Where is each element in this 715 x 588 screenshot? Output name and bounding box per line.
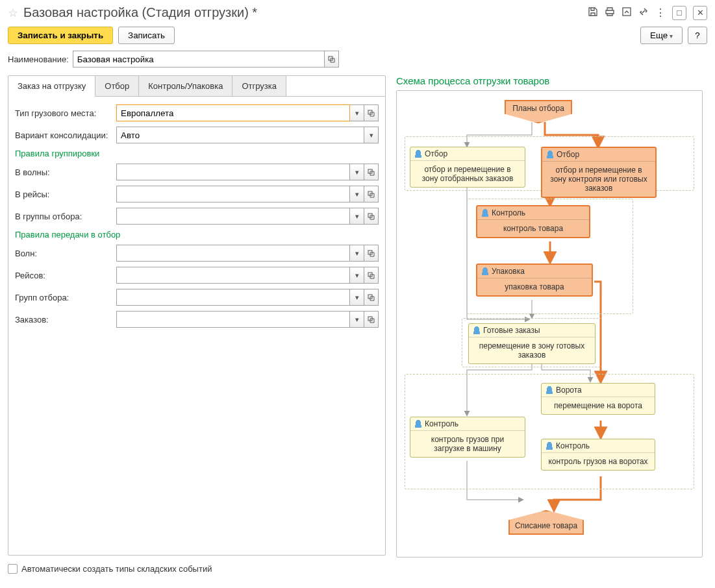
tab-control-packing[interactable]: Контроль/Упаковка <box>139 76 232 96</box>
waves-dropdown-icon[interactable]: ▾ <box>350 245 364 262</box>
in-waves-input[interactable] <box>116 164 350 180</box>
pass-rules-header: Правила передачи в отбор <box>15 230 379 239</box>
node-control: Контроль контроль товара <box>476 205 590 238</box>
help-button[interactable]: ? <box>688 27 707 44</box>
diagram-title: Схема процесса отгрузки товаров <box>396 75 703 86</box>
cargo-type-input[interactable] <box>116 104 350 121</box>
save-and-close-button[interactable]: Записать и закрыть <box>8 27 113 44</box>
in-trips-dropdown-icon[interactable]: ▾ <box>350 186 364 202</box>
in-waves-open-icon[interactable] <box>364 164 379 180</box>
consolidation-input[interactable] <box>116 127 364 143</box>
node-control-loading-body: контроль грузов при загрузке в машину <box>410 431 525 457</box>
node-picking-right-body: отбор и перемещение в зону контроля или … <box>542 162 655 197</box>
person-icon <box>473 326 481 334</box>
in-pick-groups-input[interactable] <box>116 208 350 225</box>
waves-input[interactable] <box>116 245 350 262</box>
auto-create-checkbox[interactable] <box>8 564 18 574</box>
more-button[interactable]: Еще <box>640 27 683 44</box>
node-control-loading-title: Контроль <box>425 419 458 428</box>
person-icon <box>546 386 553 394</box>
waves-open-icon[interactable] <box>364 245 379 262</box>
close-icon[interactable]: ✕ <box>693 6 707 20</box>
cargo-type-dropdown-icon[interactable]: ▾ <box>350 104 364 121</box>
print-icon[interactable] <box>605 6 615 19</box>
in-trips-input[interactable] <box>116 186 350 202</box>
node-packing-title: Упаковка <box>492 267 525 276</box>
in-trips-open-icon[interactable] <box>364 186 379 202</box>
kebab-menu-icon[interactable]: ⋮ <box>655 6 666 19</box>
node-start-label: Планы отбора <box>512 104 564 113</box>
person-icon <box>546 151 554 158</box>
node-control-body: контроль товара <box>477 220 589 237</box>
node-packing: Упаковка упаковка товара <box>476 263 593 297</box>
maximize-icon[interactable]: □ <box>672 6 686 20</box>
node-gates-body: перемещение на ворота <box>542 397 655 414</box>
svg-rect-0 <box>623 8 631 16</box>
pick-groups-input[interactable] <box>116 289 350 306</box>
name-label: Наименование: <box>8 55 69 64</box>
orders-dropdown-icon[interactable]: ▾ <box>350 311 364 328</box>
node-picking-left-body: отбор и перемещение в зону отобранных за… <box>410 161 525 187</box>
tab-picking[interactable]: Отбор <box>95 76 139 96</box>
node-picking-left-title: Отбор <box>425 149 447 158</box>
process-diagram: Планы отбора Отбор отбор и перемещение в… <box>402 97 697 550</box>
person-icon <box>546 442 553 450</box>
in-trips-label: В рейсы: <box>15 190 112 199</box>
in-waves-dropdown-icon[interactable]: ▾ <box>350 164 364 180</box>
node-ready-body: перемещение в зону готовых заказов <box>469 337 595 363</box>
report-icon[interactable] <box>621 6 632 19</box>
favorite-star-icon[interactable]: ☆ <box>8 6 18 20</box>
save-icon[interactable] <box>588 6 598 19</box>
orders-label: Заказов: <box>15 315 112 325</box>
orders-open-icon[interactable] <box>364 311 379 328</box>
cargo-type-label: Тип грузового места: <box>15 108 112 118</box>
in-pick-groups-open-icon[interactable] <box>364 208 379 225</box>
trips-open-icon[interactable] <box>364 267 379 284</box>
tab-shipment[interactable]: Отгрузка <box>232 76 286 96</box>
node-control-loading: Контроль контроль грузов при загрузке в … <box>410 417 525 458</box>
page-title: Базовая настройка (Стадия отгрузки) * <box>23 5 583 20</box>
tab-order[interactable]: Заказ на отгрузку <box>8 76 95 97</box>
open-name-icon[interactable] <box>325 51 339 67</box>
in-pick-groups-dropdown-icon[interactable]: ▾ <box>350 208 364 225</box>
node-control-gates-body: контроль грузов на воротах <box>542 453 655 470</box>
waves-label: Волн: <box>15 249 112 258</box>
auto-create-label: Автоматически создать типы складских соб… <box>21 564 212 574</box>
trips-dropdown-icon[interactable]: ▾ <box>350 267 364 284</box>
in-pick-groups-label: В группы отбора: <box>15 212 112 221</box>
node-packing-body: упаковка товара <box>477 278 592 295</box>
trips-label: Рейсов: <box>15 271 112 280</box>
node-gates-title: Ворота <box>556 386 582 395</box>
trips-input[interactable] <box>116 267 350 284</box>
grouping-rules-header: Правила группировки <box>15 149 379 158</box>
consolidation-label: Вариант консолидации: <box>15 130 112 140</box>
pick-groups-open-icon[interactable] <box>364 289 379 306</box>
node-control-gates-title: Контроль <box>556 441 590 450</box>
node-control-title: Контроль <box>492 208 525 217</box>
node-end-label: Списание товара <box>515 521 577 530</box>
person-icon <box>481 267 489 275</box>
person-icon <box>414 420 422 428</box>
save-button[interactable]: Записать <box>118 27 175 44</box>
orders-input[interactable] <box>116 311 350 328</box>
pick-groups-dropdown-icon[interactable]: ▾ <box>350 289 364 306</box>
node-picking-right-title: Отбор <box>557 150 579 159</box>
name-input[interactable] <box>73 51 325 67</box>
cargo-type-open-icon[interactable] <box>364 104 379 121</box>
consolidation-dropdown-icon[interactable]: ▾ <box>364 127 379 143</box>
node-control-gates: Контроль контроль грузов на воротах <box>541 439 655 471</box>
node-picking-right: Отбор отбор и перемещение в зону контрол… <box>541 147 657 198</box>
person-icon <box>481 209 489 217</box>
link-icon[interactable] <box>638 6 649 19</box>
pick-groups-label: Групп отбора: <box>15 293 112 302</box>
in-waves-label: В волны: <box>15 167 112 177</box>
node-ready-title: Готовые заказы <box>483 326 540 335</box>
person-icon <box>414 150 422 158</box>
node-gates: Ворота перемещение на ворота <box>541 383 655 415</box>
node-ready-orders: Готовые заказы перемещение в зону готовы… <box>468 323 596 364</box>
node-picking-left: Отбор отбор и перемещение в зону отобран… <box>410 147 525 188</box>
